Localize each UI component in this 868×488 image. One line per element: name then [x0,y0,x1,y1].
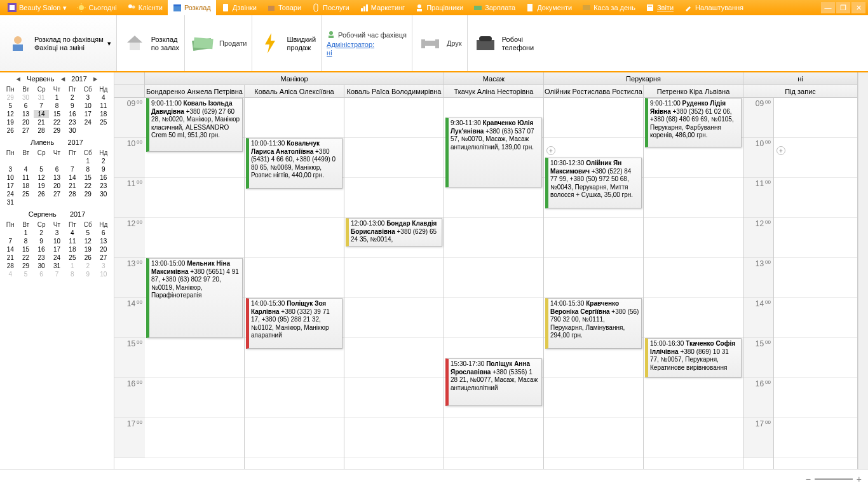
event[interactable]: 12:00-13:00 Бондар Клавдія Бориславівна … [346,218,442,247]
menu-workers[interactable]: Працівники [410,0,468,15]
menu-docs[interactable]: Документи [520,0,577,15]
gridcol-6[interactable]: + [774,98,858,469]
event[interactable]: 10:00-11:30 Ковальчук Лариса Анатоліївна… [246,138,342,189]
cat-hair[interactable]: Перукарня [544,72,743,85]
menu-today[interactable]: Сьогодні [72,0,121,15]
zoom-in[interactable]: + [857,474,862,484]
ribbon-rooms-l1: Розклад [151,36,179,43]
emp-1[interactable]: Коваль Аліса Олексіївна [245,85,344,97]
cat-none[interactable]: ні [743,72,858,85]
zoom-slider[interactable] [815,478,853,480]
scrollbar-right[interactable] [858,72,868,469]
menu-cash[interactable]: Каса за день [577,0,641,15]
cat-massage[interactable]: Масаж [444,72,544,85]
cat-manicure[interactable]: Манікюр [145,72,444,85]
emp-5[interactable]: Петренко Кіра Львівна [644,85,743,97]
menu-clients[interactable]: Клієнти [122,0,168,15]
add-slot[interactable]: + [776,146,785,155]
worker-icon [415,3,424,12]
window-minimize[interactable]: — [821,2,835,13]
svg-marker-30 [265,33,275,53]
house-icon [122,30,147,56]
event[interactable]: 15:30-17:30 Поліщук Анна Ярославівна +38… [445,358,542,406]
menu-cash-label: Каса за день [593,4,635,11]
chart-icon [360,3,369,12]
prev-month[interactable]: ◄ [13,75,23,83]
ribbon-phones[interactable]: Робочітелефони [468,15,539,71]
svg-point-17 [417,4,421,8]
ribbon-qs-l2: продаж [287,44,316,51]
ribbon-sell-label: Продати [219,39,247,47]
menu-reports[interactable]: Звіти [641,0,679,15]
event[interactable]: 9:30-11:30 Кравченко Юлія Лук'янівна +38… [445,118,542,187]
calendar-icon [173,3,182,12]
window-close[interactable]: ✕ [851,2,865,13]
menu-calls[interactable]: Дзвінки [216,0,262,15]
event[interactable]: 15:00-16:30 Ткаченко Софія Іллічівна +38… [645,338,742,377]
gridcol-4[interactable]: + 10:30-12:30 Олійник Ян Максимович +380… [544,98,644,469]
svg-rect-18 [417,9,422,11]
money-stack-icon [190,30,215,56]
gridcol-1[interactable]: 10:00-11:30 Ковальчук Лариса Анатоліївна… [245,98,344,469]
category-bar: Манікюр Масаж Перукарня ні [114,72,858,85]
ribbon-schedule-by[interactable]: Розклад по фахівцямФахівці на зміні ▾ [0,15,117,71]
svg-rect-37 [479,36,492,41]
svg-rect-35 [425,46,435,52]
svg-rect-19 [474,6,482,10]
menu-marketing[interactable]: Маркетинг [355,0,410,15]
menu-services[interactable]: Послуги [306,0,355,15]
event[interactable]: 14:00-15:30 Поліщук Зоя Карлівна +380 (3… [246,298,342,349]
svg-rect-16 [366,4,368,11]
menu-clients-label: Клієнти [139,4,163,11]
ribbon-quick-sale[interactable]: Швидкийпродаж [252,15,322,71]
menu-goods-label: Товари [278,4,301,11]
menu-schedule-label: Розклад [184,4,211,11]
calendar-july[interactable]: ПнВтСрЧтПтСбНд 12 3456789 10111213141516… [3,149,111,207]
emp-2[interactable]: Коваль Раїса Володимирівна [344,85,444,97]
gridcol-5[interactable]: 9:00-11:00 Руденко Лідія Яківна +380 (35… [644,98,743,469]
menu-settings[interactable]: Налаштування [679,0,749,15]
app-title[interactable]: Beauty Salon ▾ [3,0,72,15]
gridcol-2[interactable]: 12:00-13:00 Бондар Клавдія Бориславівна … [344,98,444,469]
menu-salary[interactable]: Зарплата [468,0,520,15]
event[interactable]: 9:00-11:00 Коваль Ізольда Давидівна +380… [146,98,243,152]
event[interactable]: 9:00-11:00 Руденко Лідія Яківна +380 (35… [645,98,742,147]
calendar-june[interactable]: ПнВтСрЧтПтСбНд 2930311234 567891011 1213… [3,85,111,135]
event[interactable]: 13:00-15:00 Мельник Ніна Максимівна +380… [146,258,243,338]
add-slot[interactable]: + [546,146,555,155]
svg-rect-34 [425,34,435,41]
menu-settings-label: Налаштування [695,4,743,11]
user-green-icon [327,30,336,40]
emp-0[interactable]: Бондаренко Анжела Петрівна [145,85,245,97]
svg-rect-20 [527,4,532,11]
ribbon-sell[interactable]: Продати [185,15,252,71]
emp-3[interactable]: Ткачук Аліна Несторівна [444,85,544,97]
menubar: Beauty Salon ▾ Сьогодні Клієнти Розклад … [0,0,868,15]
emp-6[interactable]: Під запис [743,85,858,97]
ribbon-print[interactable]: Друк [412,15,468,71]
gridcol-3[interactable]: 9:30-11:30 Кравченко Юлія Лук'янівна +38… [444,98,544,469]
box-icon [267,3,276,12]
emp-4[interactable]: Олійник Ростислава Ростисла [544,85,644,97]
menu-reports-label: Звіти [657,4,674,11]
event[interactable]: 14:00-15:30 Кравченко Вероніка Сергіївна… [545,298,642,349]
window-restore[interactable]: ❐ [836,2,850,13]
menu-schedule[interactable]: Розклад [168,0,216,15]
ribbon-rooms-l2: по залах [151,44,179,51]
work-hours-value-link[interactable]: ні [327,49,332,57]
cash-icon [582,3,591,12]
svg-rect-32 [329,36,334,38]
work-hours-admin-link[interactable]: Адміністратор: [327,41,374,48]
svg-rect-11 [223,4,228,11]
event[interactable]: 10:30-12:30 Олійник Ян Максимович +380 (… [545,158,642,208]
ribbon-schedule-rooms[interactable]: Розкладпо залах [117,15,185,71]
zoom-out[interactable]: − [806,474,811,484]
prev-year[interactable]: ◄ [58,75,67,83]
menu-goods[interactable]: Товари [262,0,306,15]
gridcol-0[interactable]: 9:00-11:00 Коваль Ізольда Давидівна +380… [145,98,245,469]
calendar-august[interactable]: ПнВтСрЧтПтСбНд 123456 78910111213 141516… [3,220,111,278]
svg-rect-12 [268,6,275,11]
next-year[interactable]: ► [91,75,100,83]
ribbon-print-label: Друк [447,39,462,47]
ribbon-schedule-by-l2: Фахівці на зміні [34,44,104,51]
